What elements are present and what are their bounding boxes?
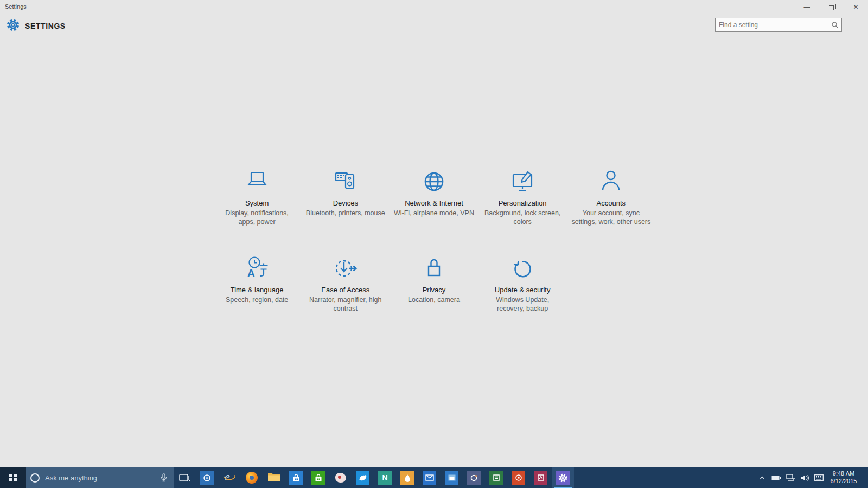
mail-envelope-icon — [423, 471, 436, 485]
ie-e-glyph: e — [225, 470, 230, 483]
tile-subtitle: Windows Update, recovery, backup — [482, 296, 563, 313]
page-title: SETTINGS — [25, 22, 66, 30]
internet-explorer-icon: e — [222, 470, 237, 485]
mail-button[interactable] — [418, 467, 441, 488]
app-header: SETTINGS — [0, 14, 868, 41]
show-desktop-button[interactable] — [863, 467, 866, 488]
bird-app-button[interactable] — [352, 467, 374, 488]
orange-app-icon — [400, 471, 414, 485]
network-icon[interactable] — [784, 467, 796, 488]
laptop-icon — [244, 164, 270, 194]
blue-window-app-icon — [445, 471, 458, 485]
volume-icon[interactable] — [799, 467, 810, 488]
orange-app-button[interactable] — [396, 467, 418, 488]
tile-title: Devices — [333, 199, 358, 207]
onenote-button[interactable]: N — [374, 467, 396, 488]
green-app-icon — [489, 471, 503, 485]
window-title: Settings — [5, 3, 27, 10]
tile-system[interactable]: System Display, notifications, apps, pow… — [213, 164, 301, 227]
tile-title: System — [245, 199, 269, 207]
find-setting-searchbox[interactable] — [715, 18, 842, 32]
tile-privacy[interactable]: Privacy Location, camera — [390, 251, 478, 313]
tile-title: Ease of Access — [321, 286, 369, 294]
taskbar: Ask me anything e — [0, 467, 868, 488]
show-hidden-icons-chevron-icon[interactable] — [756, 467, 768, 488]
settings-app-button[interactable] — [552, 467, 574, 488]
microphone-icon[interactable] — [158, 473, 169, 482]
green-app-button[interactable] — [485, 467, 507, 488]
settings-grid: System Display, notifications, apps, pow… — [213, 164, 655, 313]
settings-app-gear-icon — [556, 471, 570, 485]
game-app-button[interactable] — [329, 467, 352, 488]
tile-subtitle: Location, camera — [393, 296, 475, 304]
cortana-placeholder: Ask me anything — [45, 474, 158, 482]
tile-subtitle: Speech, region, date — [216, 296, 298, 304]
file-explorer-button[interactable] — [263, 467, 285, 488]
ease-of-access-icon — [333, 251, 359, 281]
person-icon — [598, 164, 624, 194]
lock-icon — [421, 251, 447, 281]
store-button[interactable] — [285, 467, 307, 488]
blue-window-app-button[interactable] — [441, 467, 463, 488]
folder-icon — [267, 471, 280, 484]
tile-update-security[interactable]: Update & security Windows Update, recove… — [478, 251, 567, 313]
tile-subtitle: Wi-Fi, airplane mode, VPN — [393, 209, 475, 217]
cortana-search-box[interactable]: Ask me anything — [26, 467, 174, 488]
tile-accounts[interactable]: Accounts Your account, sync settings, wo… — [567, 164, 655, 227]
maroon-app-icon — [534, 471, 547, 485]
tile-network-internet[interactable]: Network & Internet Wi-Fi, airplane mode,… — [390, 164, 478, 227]
svg-text:A: A — [247, 267, 255, 279]
restore-icon — [829, 5, 834, 10]
tile-title: Network & Internet — [405, 199, 463, 207]
titlebar: Settings — ✕ — [0, 0, 868, 14]
internet-explorer-button[interactable]: e — [218, 467, 240, 488]
tile-personalization[interactable]: Personalization Background, lock screen,… — [478, 164, 567, 227]
start-button[interactable] — [0, 467, 26, 488]
store-bag-icon — [289, 471, 303, 485]
store-beta-button[interactable] — [307, 467, 329, 488]
time-language-icon: A — [244, 251, 270, 281]
devices-icon — [333, 164, 359, 194]
tile-subtitle: Display, notifications, apps, power — [216, 209, 298, 227]
window-controls: — ✕ — [795, 0, 868, 14]
search-icon[interactable] — [828, 21, 841, 29]
battery-icon[interactable] — [770, 467, 782, 488]
tile-devices[interactable]: Devices Bluetooth, printers, mouse — [301, 164, 390, 227]
slate-app-button[interactable] — [463, 467, 485, 488]
restore-button[interactable] — [819, 0, 844, 14]
firefox-button[interactable] — [240, 467, 263, 488]
tile-ease-of-access[interactable]: Ease of Access Narrator, magnifier, high… — [301, 251, 390, 313]
task-view-button[interactable] — [174, 467, 196, 488]
tile-title: Accounts — [597, 199, 626, 207]
game-app-icon — [335, 473, 346, 483]
tile-title: Update & security — [495, 286, 551, 294]
tile-time-language[interactable]: A Time & language Speech, region, date — [213, 251, 301, 313]
insider-hub-button[interactable] — [196, 467, 218, 488]
maroon-app-button[interactable] — [529, 467, 552, 488]
tile-title: Personalization — [499, 199, 547, 207]
globe-icon — [421, 164, 447, 194]
clock-time: 9:48 AM — [828, 470, 859, 478]
bird-app-icon — [356, 471, 369, 485]
insider-hub-icon — [200, 471, 214, 485]
minimize-button[interactable]: — — [795, 0, 819, 14]
tile-title: Privacy — [423, 286, 446, 294]
touch-keyboard-icon[interactable] — [813, 467, 825, 488]
settings-gear-icon — [7, 18, 20, 34]
clock[interactable]: 9:48 AM 6/12/2015 — [827, 470, 860, 485]
cortana-icon — [30, 473, 40, 483]
close-button[interactable]: ✕ — [844, 0, 868, 14]
system-tray: 9:48 AM 6/12/2015 — [756, 467, 868, 488]
slate-app-icon — [467, 471, 481, 485]
clock-date: 6/12/2015 — [828, 478, 859, 485]
tile-subtitle: Narrator, magnifier, high contrast — [305, 296, 386, 313]
onenote-icon: N — [378, 471, 392, 485]
tile-subtitle: Bluetooth, printers, mouse — [305, 209, 386, 217]
tile-subtitle: Your account, sync settings, work, other… — [570, 209, 652, 227]
red-app-icon — [512, 471, 525, 485]
firefox-icon — [246, 472, 258, 484]
find-setting-input[interactable] — [716, 21, 828, 29]
red-app-button[interactable] — [507, 467, 529, 488]
store-beta-bag-icon — [311, 471, 325, 485]
tile-title: Time & language — [231, 286, 284, 294]
